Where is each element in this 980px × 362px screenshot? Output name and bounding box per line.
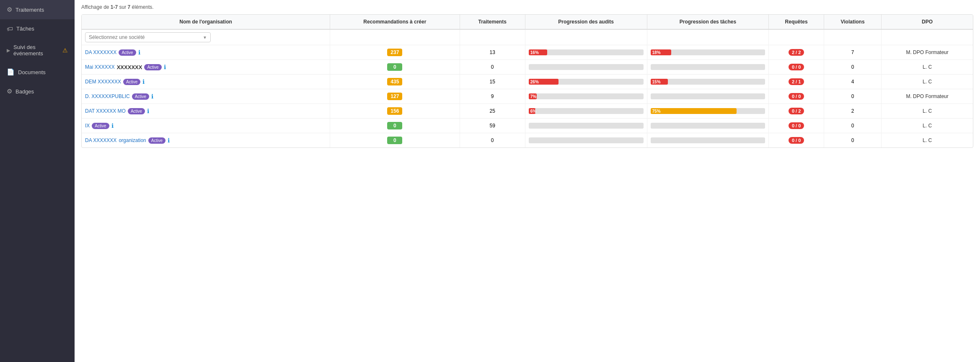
- audit-progress-container: [529, 123, 644, 129]
- req-badge: 2 / 2: [789, 49, 804, 56]
- chevron-right-icon: ▶: [7, 48, 10, 53]
- audit-progress-container: 6%: [529, 108, 644, 114]
- org-extra-text: XXXXXXX: [117, 64, 142, 70]
- data-table-container: Nom de l'organisation Recommandations à …: [81, 14, 973, 148]
- table-row: D. XXXXXXPUBLICActiveℹ12797%0 / 00M. DPO…: [82, 89, 973, 104]
- req-cell: 0 / 0: [769, 133, 824, 148]
- col-dpo: DPO: [882, 15, 973, 29]
- rec-cell: 0: [330, 119, 460, 133]
- sidebar-item-label: Traitements: [16, 7, 44, 13]
- audit-progress-container: 16%: [529, 49, 644, 55]
- task-progress-bar: 75%: [651, 108, 737, 114]
- filter-row: ▼: [82, 29, 973, 45]
- task-progress-container: [651, 64, 765, 70]
- req-cell: 0 / 0: [769, 60, 824, 75]
- col-org-name: Nom de l'organisation: [82, 15, 330, 29]
- org-name-group: IXActiveℹ: [85, 122, 326, 129]
- table-row: DA XXXXXXXorganizationActiveℹ000 / 00L. …: [82, 133, 973, 148]
- rec-badge: 156: [387, 107, 402, 115]
- info-icon[interactable]: ℹ: [164, 64, 166, 70]
- sidebar-item-traitements[interactable]: ⚙ Traitements: [0, 0, 75, 19]
- col-requetes: Requêtes: [769, 15, 824, 29]
- org-link[interactable]: Mai XXXXXX: [85, 64, 115, 70]
- audit-progress-bar: 7%: [529, 93, 537, 99]
- info-icon[interactable]: ℹ: [168, 137, 170, 144]
- org-link[interactable]: DEM XXXXXXX: [85, 79, 121, 85]
- org-name-group: D. XXXXXXPUBLICActiveℹ: [85, 93, 326, 100]
- audit-progress-container: [529, 137, 644, 143]
- dpo-cell: L. C: [882, 104, 973, 119]
- org-name-group: DA XXXXXXXActiveℹ: [85, 49, 326, 56]
- info-icon[interactable]: ℹ: [151, 93, 153, 100]
- task-cell: [647, 133, 769, 148]
- req-cell: 0 / 2: [769, 104, 824, 119]
- task-progress-label: 18%: [652, 49, 661, 55]
- sidebar-item-badges[interactable]: ⚙ Badges: [0, 82, 75, 101]
- org-filter-container[interactable]: ▼: [85, 32, 211, 42]
- org-link[interactable]: DA XXXXXXX: [85, 49, 116, 55]
- rec-badge: 0: [387, 122, 402, 129]
- active-badge: Active: [123, 79, 140, 85]
- col-recommandations: Recommandations à créer: [330, 15, 460, 29]
- sidebar-item-label: Suivi des événements: [13, 44, 62, 57]
- task-progress-container: 75%: [651, 108, 765, 114]
- audit-cell: 7%: [525, 89, 647, 104]
- org-filter-input[interactable]: [89, 34, 203, 40]
- task-cell: [647, 89, 769, 104]
- dpo-cell: L. C: [882, 75, 973, 89]
- violations-cell: 7: [824, 45, 881, 60]
- violations-cell: 0: [824, 89, 881, 104]
- task-progress-bar: 15%: [651, 79, 668, 85]
- traitements-cell: 25: [460, 104, 525, 119]
- task-cell: [647, 60, 769, 75]
- traitements-cell: 0: [460, 60, 525, 75]
- org-link[interactable]: D. XXXXXXPUBLIC: [85, 93, 130, 99]
- task-progress-container: 18%: [651, 49, 765, 55]
- info-icon[interactable]: ℹ: [147, 108, 149, 114]
- org-link[interactable]: DAT XXXXXX MO: [85, 108, 126, 114]
- document-icon: 📄: [7, 68, 15, 76]
- filter-cell: ▼: [82, 29, 330, 45]
- audit-cell: 16%: [525, 45, 647, 60]
- task-cell: 75%: [647, 104, 769, 119]
- rec-badge: 0: [387, 137, 402, 144]
- req-cell: 0 / 0: [769, 119, 824, 133]
- req-badge: 0 / 0: [789, 93, 804, 100]
- sidebar-item-documents[interactable]: 📄 Documents: [0, 62, 75, 82]
- main-content: Affichage de 1-7 sur 7 éléments. Nom de …: [75, 0, 980, 362]
- active-badge: Active: [119, 49, 136, 56]
- sidebar-item-label: Badges: [16, 88, 34, 95]
- table-header-row: Nom de l'organisation Recommandations à …: [82, 15, 973, 29]
- org-link[interactable]: IX: [85, 123, 90, 129]
- rec-cell: 237: [330, 45, 460, 60]
- info-icon[interactable]: ℹ: [138, 49, 140, 56]
- gear-icon: ⚙: [7, 6, 12, 13]
- req-badge: 0 / 0: [789, 64, 804, 70]
- sidebar-item-suivi[interactable]: ▶ Suivi des événements ⚠: [0, 38, 75, 62]
- rec-badge: 127: [387, 93, 402, 100]
- dpo-cell: L. C: [882, 133, 973, 148]
- audit-progress-label: 16%: [530, 49, 539, 55]
- sidebar-item-taches[interactable]: 🏷 Tâches: [0, 19, 75, 38]
- sidebar-item-label: Tâches: [16, 26, 34, 32]
- audit-cell: [525, 119, 647, 133]
- org-name-cell: IXActiveℹ: [82, 119, 330, 133]
- org-name-group: Mai XXXXXXXXXXXXXActiveℹ: [85, 64, 326, 70]
- traitements-cell: 0: [460, 133, 525, 148]
- traitements-cell: 9: [460, 89, 525, 104]
- audit-cell: [525, 60, 647, 75]
- dpo-cell: M. DPO Formateur: [882, 89, 973, 104]
- org-name-cell: DA XXXXXXXorganizationActiveℹ: [82, 133, 330, 148]
- info-icon[interactable]: ℹ: [111, 122, 114, 129]
- table-row: DA XXXXXXXActiveℹ2371316%18%2 / 27M. DPO…: [82, 45, 973, 60]
- req-cell: 0 / 0: [769, 89, 824, 104]
- info-icon[interactable]: ℹ: [142, 78, 145, 85]
- org-link[interactable]: DA XXXXXXX: [85, 137, 116, 143]
- task-progress-label: 15%: [652, 79, 661, 85]
- audit-progress-bar: 6%: [529, 108, 535, 114]
- table-row: DAT XXXXXX MOActiveℹ156256%75%0 / 22L. C: [82, 104, 973, 119]
- audit-cell: 26%: [525, 75, 647, 89]
- audit-progress-label: 26%: [530, 79, 539, 85]
- task-cell: 18%: [647, 45, 769, 60]
- warning-icon: ⚠: [62, 47, 68, 54]
